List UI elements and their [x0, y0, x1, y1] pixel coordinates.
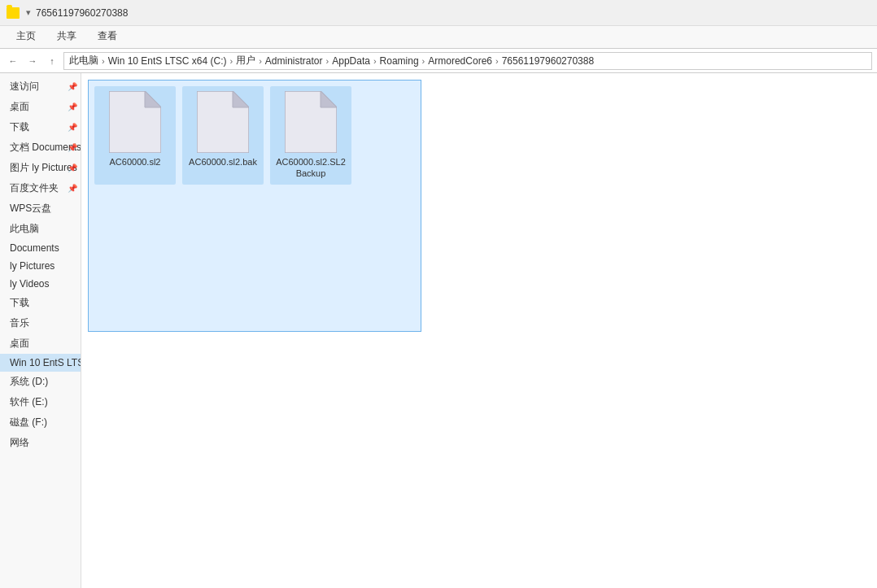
sidebar-label: Win 10 EntS LTSC	[10, 357, 81, 368]
sidebar-item-documents[interactable]: 文档 Documents 📌	[0, 137, 81, 158]
sidebar-label: 系统 (D:)	[10, 375, 48, 389]
tab-share[interactable]: 共享	[47, 26, 86, 48]
file-item-0[interactable]: AC60000.sl2	[94, 86, 176, 185]
sidebar-label: Documents	[10, 242, 59, 254]
folder-icon	[7, 7, 20, 19]
sidebar-label: 此电脑	[10, 222, 39, 236]
nav-back-button[interactable]: ←	[5, 53, 21, 69]
sidebar-item-desktop[interactable]: 桌面 📌	[0, 97, 81, 117]
path-roaming[interactable]: Roaming	[380, 55, 419, 67]
tab-view[interactable]: 查看	[88, 26, 127, 48]
title-bar: ▾ 76561197960270388	[0, 0, 877, 26]
svg-marker-5	[321, 91, 337, 107]
pin-icon: 📌	[68, 82, 77, 91]
sidebar-item-drive-e[interactable]: 软件 (E:)	[0, 392, 81, 412]
sidebar-item-thispc[interactable]: 此电脑	[0, 219, 81, 239]
pin-icon: 📌	[68, 102, 77, 111]
file-icon-1	[197, 91, 249, 153]
file-item-1[interactable]: AC60000.sl2.bak	[182, 86, 264, 185]
sidebar-item-music[interactable]: 音乐	[0, 313, 81, 333]
sidebar-label: 速访问	[10, 80, 39, 94]
sidebar-item-myvideos[interactable]: ly Videos	[0, 275, 81, 293]
sidebar-label: 网络	[10, 436, 29, 450]
content-area[interactable]: AC60000.sl2 AC60000.sl2.bak	[81, 73, 877, 588]
sidebar-item-baidu[interactable]: 百度文件夹 📌	[0, 178, 81, 198]
sidebar-label: 桌面	[10, 337, 29, 351]
file-name-2: AC60000.sl2.SL2Backup	[275, 156, 347, 180]
sidebar-item-docs2[interactable]: Documents	[0, 239, 81, 257]
sidebar-item-downloads2[interactable]: 下载	[0, 293, 81, 313]
ribbon-tabs: 主页 共享 查看	[0, 26, 877, 48]
file-icon-2	[285, 91, 337, 153]
sidebar-item-drive-d[interactable]: 系统 (D:)	[0, 372, 81, 392]
sidebar-item-drive-f[interactable]: 磁盘 (F:)	[0, 412, 81, 433]
sidebar-item-quick-access[interactable]: 速访问 📌	[0, 76, 81, 97]
ribbon: 主页 共享 查看	[0, 26, 877, 49]
address-path[interactable]: 此电脑 › Win 10 EntS LTSC x64 (C:) › 用户 › A…	[63, 52, 872, 70]
sidebar-label: 音乐	[10, 316, 29, 330]
sidebar-item-mypictures[interactable]: ly Pictures	[0, 257, 81, 275]
path-armoredcore[interactable]: ArmoredCore6	[428, 55, 492, 67]
svg-marker-3	[233, 91, 249, 107]
sidebar-label: ly Videos	[10, 278, 49, 290]
file-icon-0	[109, 91, 161, 153]
sidebar-label: 百度文件夹	[10, 181, 59, 195]
sidebar-label: ly Pictures	[10, 260, 55, 272]
nav-forward-button[interactable]: →	[24, 53, 41, 69]
main-layout: 速访问 📌 桌面 📌 下载 📌 文档 Documents 📌 图片 ly Pic…	[0, 73, 877, 588]
sidebar-item-win10[interactable]: Win 10 EntS LTSC	[0, 354, 81, 372]
path-drive[interactable]: Win 10 EntS LTSC x64 (C:)	[108, 55, 227, 67]
sidebar-label: 下载	[10, 120, 29, 134]
sidebar-label: 下载	[10, 296, 29, 310]
path-admin[interactable]: Administrator	[265, 55, 323, 67]
pin-icon: 📌	[68, 123, 77, 132]
sidebar: 速访问 📌 桌面 📌 下载 📌 文档 Documents 📌 图片 ly Pic…	[0, 73, 81, 588]
sidebar-label: 桌面	[10, 100, 29, 114]
address-bar: ← → ↑ 此电脑 › Win 10 EntS LTSC x64 (C:) › …	[0, 49, 877, 73]
nav-up-button[interactable]: ↑	[44, 53, 60, 69]
sidebar-item-wps[interactable]: WPS云盘	[0, 198, 81, 219]
sidebar-item-downloads[interactable]: 下载 📌	[0, 117, 81, 137]
sidebar-item-network[interactable]: 网络	[0, 433, 81, 453]
file-grid: AC60000.sl2 AC60000.sl2.bak	[88, 80, 870, 191]
path-users[interactable]: 用户	[236, 54, 255, 68]
tab-home[interactable]: 主页	[7, 26, 46, 48]
sidebar-label: 软件 (E:)	[10, 395, 48, 409]
sidebar-item-desktop2[interactable]: 桌面	[0, 333, 81, 354]
file-name-0: AC60000.sl2	[110, 156, 161, 168]
file-item-2[interactable]: AC60000.sl2.SL2Backup	[270, 86, 351, 185]
path-current: 76561197960270388	[502, 55, 594, 67]
sidebar-item-pictures[interactable]: 图片 ly Pictures 📌	[0, 158, 81, 178]
window-title: 76561197960270388	[36, 7, 128, 19]
svg-marker-1	[145, 91, 161, 107]
pin-icon: 📌	[68, 184, 77, 193]
path-appdata[interactable]: AppData	[332, 55, 370, 67]
pin-icon: 📌	[68, 163, 77, 172]
sidebar-label: WPS云盘	[10, 202, 51, 216]
title-pin: ▾	[26, 7, 31, 18]
file-name-1: AC60000.sl2.bak	[189, 156, 257, 168]
sidebar-label: 磁盘 (F:)	[10, 416, 47, 429]
path-pc[interactable]: 此电脑	[69, 54, 98, 68]
pin-icon: 📌	[68, 143, 77, 152]
